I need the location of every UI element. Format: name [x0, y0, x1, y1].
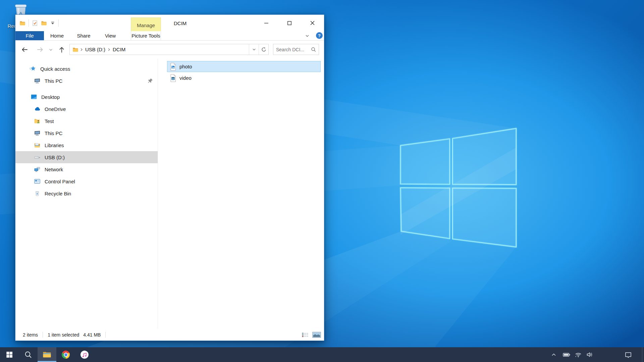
hidden-icons-button[interactable]: [549, 347, 558, 362]
refresh-button[interactable]: [259, 44, 268, 55]
quick-access-star-icon: [30, 65, 36, 72]
taskbar: [0, 347, 644, 362]
file-explorer-icon: [43, 351, 51, 358]
sidebar-item-label: Quick access: [40, 66, 70, 72]
selection-size: 4.41 MB: [83, 332, 101, 338]
chrome-icon: [62, 351, 70, 359]
close-button[interactable]: [301, 15, 324, 31]
maximize-button[interactable]: [278, 15, 301, 31]
status-separator: [43, 332, 43, 338]
breadcrumb-dcim[interactable]: DCIM: [112, 47, 126, 52]
maximize-icon: [287, 21, 291, 25]
taskbar-itunes-button[interactable]: [75, 347, 94, 362]
refresh-icon: [261, 47, 267, 52]
file-explorer-window: Manage DCIM File Home Share View Picture: [15, 14, 324, 341]
file-item-video[interactable]: video: [167, 72, 321, 83]
navigation-bar: USB (D:) DCIM: [15, 41, 324, 59]
volume-tray-icon[interactable]: [585, 347, 594, 362]
battery-icon: [562, 351, 571, 358]
file-item-photo[interactable]: photo: [167, 61, 321, 72]
ribbon-tabs: File Home Share View Picture Tools ?: [15, 31, 324, 41]
new-folder-icon[interactable]: [41, 20, 47, 26]
file-list: photo video: [158, 59, 324, 329]
address-dropdown-button[interactable]: [249, 44, 259, 55]
tab-home[interactable]: Home: [44, 31, 70, 40]
back-button[interactable]: [20, 46, 29, 54]
window-content: Quick access This PC Deskto: [15, 59, 324, 329]
user-folder-icon: [34, 118, 41, 124]
expand-ribbon-button[interactable]: [303, 31, 311, 40]
onedrive-cloud-icon: [34, 106, 41, 112]
tab-gap: [123, 31, 131, 40]
file-name: video: [179, 75, 192, 81]
status-separator: [105, 332, 106, 338]
taskbar-file-explorer-button[interactable]: [38, 347, 56, 362]
minimize-button[interactable]: [255, 15, 278, 31]
sidebar-item-usb-drive[interactable]: USB (D:): [15, 151, 158, 163]
sidebar-item-test[interactable]: Test: [15, 115, 158, 127]
search-input[interactable]: [273, 47, 311, 52]
sidebar-item-this-pc[interactable]: This PC: [15, 127, 158, 139]
sidebar-item-recycle-bin[interactable]: Recycle Bin: [15, 187, 158, 199]
action-center-button[interactable]: [623, 347, 633, 362]
up-button[interactable]: [58, 46, 66, 54]
search-box: [273, 44, 319, 55]
breadcrumb-chevron-icon[interactable]: [107, 47, 111, 52]
video-file-icon: [170, 74, 176, 82]
window-title: DCIM: [174, 15, 186, 31]
selection-count: 1 item selected: [48, 332, 79, 338]
help-button[interactable]: ?: [316, 32, 323, 39]
tab-file[interactable]: File: [15, 31, 44, 40]
details-view-button[interactable]: [301, 330, 310, 339]
control-panel-icon: [34, 178, 41, 185]
properties-icon[interactable]: [32, 20, 38, 26]
tab-picture-tools[interactable]: Picture Tools: [131, 31, 161, 40]
search-icon[interactable]: [311, 47, 316, 52]
sidebar-item-libraries[interactable]: Libraries: [15, 139, 158, 151]
minimize-icon: [264, 21, 268, 25]
sidebar-item-label: Recycle Bin: [45, 191, 71, 196]
quick-access-toolbar: [19, 15, 59, 31]
search-icon: [24, 351, 32, 359]
action-center-icon: [624, 351, 632, 359]
sidebar-item-desktop[interactable]: Desktop: [15, 91, 158, 103]
sidebar-item-control-panel[interactable]: Control Panel: [15, 175, 158, 187]
show-desktop-button[interactable]: [642, 347, 644, 362]
caption-buttons: [255, 15, 324, 31]
computer-icon: [34, 77, 41, 84]
forward-button[interactable]: [36, 46, 44, 54]
address-bar[interactable]: USB (D:) DCIM: [69, 44, 269, 55]
sidebar-item-quick-access[interactable]: Quick access: [15, 63, 158, 75]
sidebar-item-label: Test: [45, 118, 54, 124]
chevron-down-icon: [305, 34, 310, 38]
usb-drive-icon: [34, 154, 41, 161]
sidebar-item-label: OneDrive: [45, 106, 66, 112]
sidebar-item-this-pc-pinned[interactable]: This PC: [15, 75, 158, 87]
qat-separator: [58, 19, 59, 27]
taskbar-search-button[interactable]: [19, 347, 38, 362]
large-icons-view-icon: [312, 332, 321, 338]
large-icons-view-button[interactable]: [312, 330, 321, 339]
wifi-icon: [575, 351, 582, 358]
sidebar-item-network[interactable]: Network: [15, 163, 158, 175]
tab-view[interactable]: View: [97, 31, 123, 40]
breadcrumb-chevron-icon[interactable]: [79, 47, 84, 52]
details-view-icon: [302, 332, 309, 338]
customize-qat-dropdown-icon[interactable]: [50, 20, 55, 26]
manage-contextual-group[interactable]: Manage: [131, 17, 161, 31]
sidebar-item-onedrive[interactable]: OneDrive: [15, 103, 158, 115]
recent-locations-button[interactable]: [47, 46, 54, 54]
up-icon: [58, 46, 65, 53]
taskbar-chrome-button[interactable]: [56, 347, 75, 362]
tab-share[interactable]: Share: [70, 31, 97, 40]
view-switcher: [301, 329, 321, 341]
network-tray-icon[interactable]: [574, 347, 583, 362]
breadcrumb-usb-drive[interactable]: USB (D:): [85, 47, 106, 52]
speaker-icon: [586, 351, 593, 358]
sidebar-item-label: Libraries: [45, 142, 64, 148]
start-button[interactable]: [0, 347, 19, 362]
file-name: photo: [179, 64, 192, 69]
sidebar-item-label: Desktop: [41, 94, 60, 100]
recycle-bin-icon: [34, 190, 41, 197]
battery-tray-icon[interactable]: [561, 347, 572, 362]
